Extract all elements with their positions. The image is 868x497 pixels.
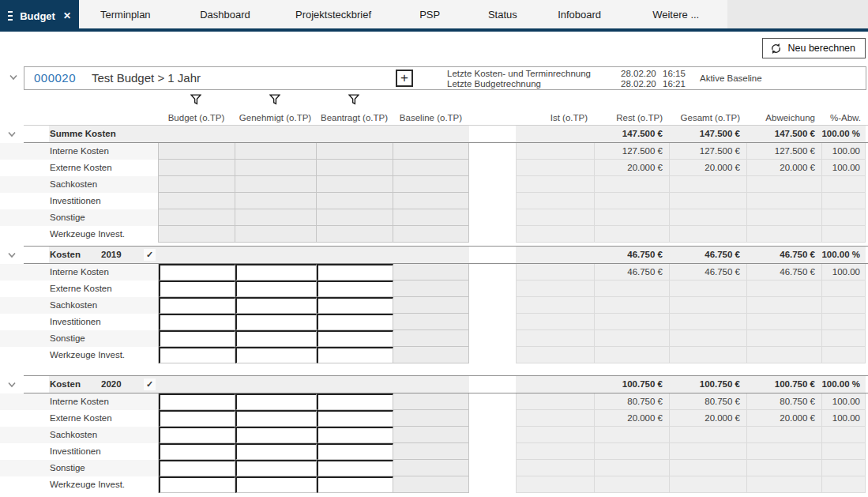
budget-input[interactable] (159, 393, 235, 410)
genehmigt-input[interactable] (235, 393, 317, 410)
tab-terminplan[interactable]: Terminplan (79, 0, 172, 28)
beantragt-input[interactable] (317, 347, 393, 363)
column-header-baseline: Baseline (o.TP) (393, 113, 469, 122)
column-gap (469, 314, 516, 330)
recalculate-button[interactable]: Neu berechnen (762, 38, 866, 58)
value-abweichung: 127.500 € (746, 143, 821, 160)
tab-psp[interactable]: PSP (389, 0, 472, 28)
budget-input[interactable] (159, 460, 235, 476)
add-button[interactable]: + (396, 70, 413, 87)
table-row: Sachkosten (0, 176, 868, 193)
group-checkbox[interactable]: ✓ (144, 249, 156, 261)
beantragt-input[interactable] (317, 410, 393, 427)
plan-cells (158, 281, 469, 297)
tab-infoboard[interactable]: Infoboard (534, 0, 625, 28)
genehmigt-input[interactable] (235, 297, 317, 314)
budget-input[interactable] (159, 443, 235, 460)
budget-input[interactable] (159, 330, 235, 347)
chevron-down-icon[interactable] (9, 74, 18, 81)
genehmigt-input[interactable] (235, 314, 317, 330)
budget-cell (159, 193, 235, 209)
chevron-down-icon[interactable] (7, 382, 17, 388)
value-ist (516, 443, 594, 460)
value-cells (516, 209, 866, 226)
budget-input[interactable] (159, 476, 235, 493)
chevron-down-icon[interactable] (7, 252, 17, 258)
project-header: 000020 Test Budget > 1 Jahr + Letzte Kos… (0, 66, 868, 90)
tab-status[interactable]: Status (472, 0, 535, 28)
group-label-cell: Kosten2020✓ (49, 376, 158, 393)
plan-cells (158, 314, 469, 330)
beantragt-input[interactable] (317, 427, 393, 443)
genehmigt-input[interactable] (235, 427, 317, 443)
budget-input[interactable] (159, 281, 235, 297)
chevron-down-icon[interactable] (7, 131, 17, 137)
beantragt-input[interactable] (317, 393, 393, 410)
budget-input[interactable] (159, 264, 235, 281)
menu-icon[interactable] (8, 11, 13, 21)
beantragt-input[interactable] (317, 476, 393, 493)
value-ist (516, 226, 594, 243)
tab-budget[interactable]: Budget ✕ (0, 0, 79, 32)
filter-icon[interactable] (348, 94, 359, 105)
genehmigt-input[interactable] (235, 410, 317, 427)
genehmigt-input[interactable] (235, 347, 317, 363)
value-pct-abw: 100.00 % (821, 160, 865, 176)
budget-input[interactable] (159, 347, 235, 363)
plan-cells (158, 476, 469, 493)
budget-input[interactable] (159, 427, 235, 443)
plan-cells (158, 427, 469, 443)
tab-weitere[interactable]: Weitere ... (625, 0, 727, 28)
budget-app: Budget ✕ Terminplan Dashboard Projektste… (0, 0, 868, 497)
filter-icon[interactable] (269, 94, 280, 105)
genehmigt-input[interactable] (235, 476, 317, 493)
row-gutter (0, 375, 24, 393)
beantragt-input[interactable] (317, 443, 393, 460)
value-cells (516, 193, 866, 209)
group-plan-area (158, 126, 469, 142)
genehmigt-input[interactable] (235, 264, 317, 281)
column-gap (469, 176, 516, 193)
value-gesamt: 46.750 € (669, 264, 746, 281)
row-label: Sachkosten (24, 297, 158, 314)
tabbar-filler (727, 0, 868, 28)
row-label: Externe Kosten (24, 160, 158, 176)
budget-input[interactable] (159, 410, 235, 427)
value-rest (594, 460, 669, 476)
value-rest (594, 281, 669, 297)
row-label: Externe Kosten (24, 410, 158, 427)
genehmigt-input[interactable] (235, 443, 317, 460)
close-icon[interactable]: ✕ (63, 10, 71, 21)
column-gap (469, 393, 516, 410)
total-gesamt: 100.750 € (669, 376, 746, 393)
beantragt-input[interactable] (317, 330, 393, 347)
column-header-genehmigt: Genehmigt (o.TP) (235, 113, 316, 122)
beantragt-input[interactable] (317, 264, 393, 281)
beantragt-input[interactable] (317, 460, 393, 476)
beantragt-input[interactable] (317, 297, 393, 314)
baseline-cell (393, 330, 469, 347)
filter-icon[interactable] (190, 94, 201, 105)
budget-input[interactable] (159, 297, 235, 314)
value-ist (516, 160, 594, 176)
value-cells (516, 460, 866, 476)
row-gutter (0, 176, 24, 193)
value-rest: 80.750 € (594, 393, 669, 410)
row-gutter (0, 410, 24, 427)
tab-dashboard[interactable]: Dashboard (172, 0, 279, 28)
beantragt-input[interactable] (317, 314, 393, 330)
genehmigt-input[interactable] (235, 281, 317, 297)
group-year: 2020 (101, 376, 122, 393)
plan-cells (158, 297, 469, 314)
group-checkbox[interactable]: ✓ (144, 378, 156, 390)
budget-cell (159, 143, 235, 160)
tab-projektsteckbrief[interactable]: Projektsteckbrief (278, 0, 389, 28)
beantragt-input[interactable] (317, 281, 393, 297)
genehmigt-input[interactable] (235, 330, 317, 347)
genehmigt-input[interactable] (235, 460, 317, 476)
value-ist (516, 314, 594, 330)
budget-input[interactable] (159, 314, 235, 330)
table-row: Sachkosten (0, 297, 868, 314)
total-pct-abw: 100.00 % (821, 126, 865, 142)
total-ist (516, 376, 594, 393)
